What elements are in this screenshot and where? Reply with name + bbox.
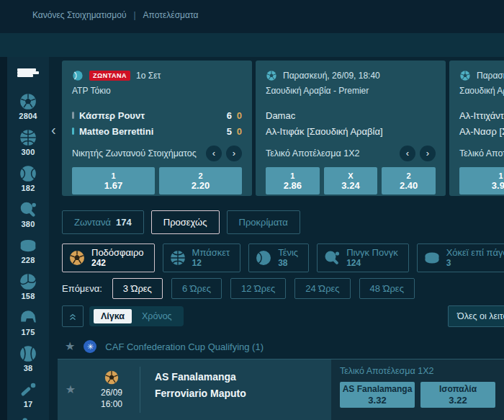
betting-rules-link[interactable]: Κανόνες Στοιχηματισμού xyxy=(32,10,126,20)
sidebar-sport-cricket[interactable]: 17 xyxy=(19,380,37,408)
sidebar-sport-table-tennis[interactable]: 380 xyxy=(19,200,37,228)
tab-label: Ζωντανά xyxy=(74,217,111,228)
sport-count: 38 xyxy=(24,364,33,372)
time-filter-24h[interactable]: 24 Ώρες xyxy=(294,278,350,299)
odds-label: 1 xyxy=(111,171,115,180)
tab-live[interactable]: Ζωντανά 174 xyxy=(62,210,144,234)
sidebar-sport-american-football[interactable]: 175 xyxy=(19,308,37,336)
tab-label: Προκρίματα xyxy=(239,217,288,228)
league-name: Σαουδική Αραβία - Premier xyxy=(459,86,504,96)
market-next-icon[interactable]: › xyxy=(226,146,242,161)
competitor-row: Matteo Berrettini 5 0 xyxy=(72,123,242,139)
sport-filter-basketball[interactable]: Μπάσκετ 12 xyxy=(163,243,241,272)
match-odds-panel: Τελικό Αποτέλεσμα 1X2 AS Fanalamanga 3.3… xyxy=(331,359,504,420)
sport-filter-football[interactable]: Ποδόσφαιρο 242 xyxy=(62,243,155,272)
favorite-star-icon[interactable]: ★ xyxy=(65,341,75,352)
market-name: Τελικό Αποτέλεσμα 1X2 xyxy=(340,366,495,376)
table-tennis-icon xyxy=(323,249,341,267)
sidebar-sport-football[interactable]: 2804 xyxy=(19,92,37,120)
header-strip xyxy=(0,33,504,57)
sport-count: 182 xyxy=(22,184,35,192)
results-link[interactable]: Αποτελέσματα xyxy=(143,10,199,20)
sport-filter-ice-hockey[interactable]: Χόκεϊ επί πάγου 3 xyxy=(417,243,504,272)
league-logo-icon: ✳ xyxy=(84,340,96,353)
sidebar-sport-ice-hockey[interactable]: 228 xyxy=(19,236,37,264)
sport-filter-table-tennis[interactable]: Πινγκ Πονγκ 124 xyxy=(317,243,409,272)
time-filter-48h[interactable]: 48 Ώρες xyxy=(359,278,415,299)
odds-button[interactable]: X 3.24 xyxy=(324,167,378,195)
sidebar-sport-handball[interactable] xyxy=(19,416,37,420)
odds-value: 3.32 xyxy=(368,395,386,406)
football-icon xyxy=(266,70,277,81)
football-icon xyxy=(68,249,86,267)
event-card-football[interactable]: Παρασκευή, 26/09, 18:40 Σαουδική Αραβία … xyxy=(256,61,446,196)
sports-sidebar: 2804 300 182 380 228 158 175 38 xyxy=(0,57,49,420)
odds-value: 3.98 xyxy=(492,181,504,191)
double-chevron-up-icon xyxy=(68,311,78,321)
home-team: Damac xyxy=(266,107,436,123)
carousel-prev-icon[interactable]: ‹ xyxy=(51,122,56,137)
match-datetime: Παρασκευή, 26/09 xyxy=(477,71,504,81)
tennis-ball-icon xyxy=(72,70,84,81)
competitor-name: Matteo Berrettini xyxy=(79,126,222,137)
view-switch: Λίγκα Χρόνος xyxy=(89,306,184,326)
view-tab-league[interactable]: Λίγκα xyxy=(94,309,132,323)
view-tab-time[interactable]: Χρόνος xyxy=(135,309,179,323)
hockey-puck-icon xyxy=(19,236,37,255)
odds-button-home[interactable]: AS Fanalamanga 3.32 xyxy=(340,382,415,408)
sport-label: Μπάσκετ xyxy=(192,248,230,258)
odds-label: X xyxy=(348,171,353,180)
tab-outrights[interactable]: Προκρίματα xyxy=(227,210,300,234)
main-tabs: Ζωντανά 174 Προσεχώς Προκρίματα xyxy=(62,210,300,234)
market-next-icon[interactable]: › xyxy=(420,146,436,161)
tab-upcoming[interactable]: Προσεχώς xyxy=(151,210,220,234)
tab-count: 174 xyxy=(116,217,132,228)
table-tennis-icon xyxy=(19,200,37,219)
odds-button[interactable]: 1 3.98 xyxy=(459,167,504,195)
tennis-icon xyxy=(19,164,37,183)
sport-count: 12 xyxy=(192,258,202,268)
sport-count: 158 xyxy=(22,292,35,300)
sidebar-sport-volleyball[interactable]: 158 xyxy=(19,272,37,300)
all-markets-button[interactable]: Όλες οι λειτουργίες xyxy=(448,305,504,327)
odds-label: 2 xyxy=(198,171,202,180)
market-prev-icon[interactable]: ‹ xyxy=(206,146,222,161)
sport-filter-tennis[interactable]: Τένις 38 xyxy=(248,243,309,272)
odds-value: 1.67 xyxy=(104,181,122,191)
sport-count: 228 xyxy=(22,256,35,264)
volleyball-icon xyxy=(19,272,37,291)
tennis-icon xyxy=(255,249,272,267)
odds-button[interactable]: 2 2.40 xyxy=(382,167,436,195)
event-card-football-partial[interactable]: Παρασκευή, 26/09 Σαουδική Αραβία - Premi… xyxy=(449,61,504,196)
time-filter: Επόμενα: 3 Ώρες 6 Ώρες 12 Ώρες 24 Ώρες 4… xyxy=(62,278,415,299)
hamburger-menu-icon[interactable] xyxy=(17,68,39,77)
league-header[interactable]: ★ ✳ CAF Confederation Cup Qualifying (1) xyxy=(58,336,504,357)
competitor-row: Κάσπερ Ρουντ 6 0 xyxy=(72,107,242,123)
odds-value: 2.40 xyxy=(400,181,418,191)
away-team: Αλ-Ιτιφάκ [Σαουδική Αραβία] xyxy=(266,123,436,139)
football-icon xyxy=(459,70,471,81)
handball-icon xyxy=(19,416,37,420)
sport-count: 38 xyxy=(278,258,287,268)
event-card-live-tennis[interactable]: ΖΩΝΤΑΝΑ 1ο Σετ ATP Τόκιο Κάσπερ Ρουντ 6 … xyxy=(62,61,252,196)
odds-value: 3.24 xyxy=(341,181,359,191)
favorite-star-icon[interactable]: ★ xyxy=(66,384,76,396)
sidebar-sport-basketball[interactable]: 300 xyxy=(19,128,37,156)
odds-button[interactable]: 2 2.20 xyxy=(159,167,242,195)
serve-indicator-icon xyxy=(72,128,74,135)
match-row[interactable]: ★ 26/09 16:00 AS Fanalamanga Ferroviario… xyxy=(58,359,504,420)
match-date: 26/09 xyxy=(101,388,122,398)
market-prev-icon[interactable]: ‹ xyxy=(400,146,415,161)
odds-value: 2.20 xyxy=(192,181,210,191)
time-filter-label: Επόμενα: xyxy=(62,283,102,294)
time-filter-3h[interactable]: 3 Ώρες xyxy=(112,278,163,299)
collapse-all-button[interactable] xyxy=(62,305,84,327)
time-filter-6h[interactable]: 6 Ώρες xyxy=(171,278,222,299)
sidebar-sport-baseball[interactable]: 38 xyxy=(19,344,37,372)
sidebar-sport-tennis[interactable]: 182 xyxy=(19,164,37,192)
market-name: Τελικό Αποτέλεσμα 1X2 xyxy=(266,148,359,158)
odds-button[interactable]: 1 2.86 xyxy=(266,167,320,195)
odds-button[interactable]: 1 1.67 xyxy=(72,167,155,195)
odds-button-draw[interactable]: Ισοπαλία 3.22 xyxy=(420,382,495,408)
time-filter-12h[interactable]: 12 Ώρες xyxy=(230,278,286,299)
